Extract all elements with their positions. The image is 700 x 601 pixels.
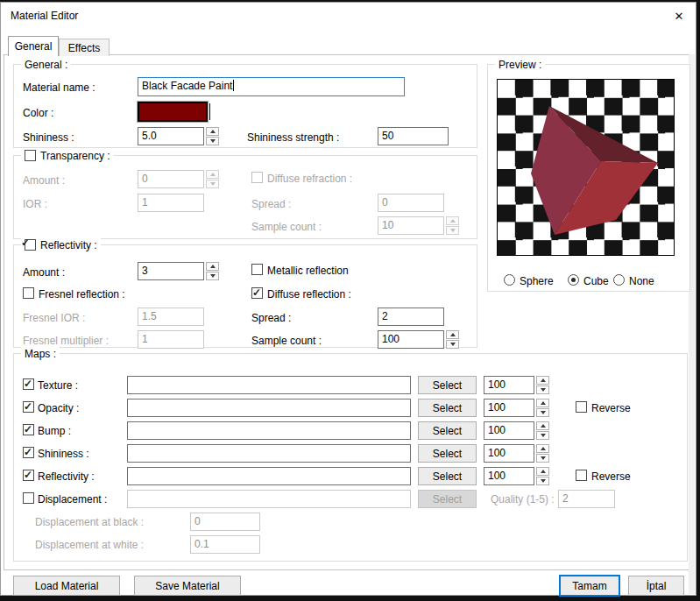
spinner-up-icon[interactable] <box>536 376 549 385</box>
shininess-map-label: Shininess : <box>38 448 89 460</box>
reflectivity-map-select-button[interactable]: Select <box>418 467 477 485</box>
spinner-down-icon[interactable] <box>536 431 549 440</box>
reflectivity-spread-input[interactable]: 2 <box>378 308 444 326</box>
radio-none[interactable] <box>613 274 625 286</box>
group-preview-legend: Preview : <box>495 58 545 71</box>
fresnel-ior-label: Fresnel IOR : <box>23 312 85 324</box>
bump-amount-input[interactable]: 100 <box>484 421 534 440</box>
radio-cube[interactable] <box>568 274 579 286</box>
reflectivity-reverse-checkbox[interactable] <box>576 470 587 481</box>
fresnel-multiplier-input: 1 <box>138 330 204 349</box>
bump-amount-spinner[interactable] <box>536 421 549 440</box>
spinner-down-icon[interactable] <box>446 340 459 349</box>
cancel-button[interactable]: İptal <box>628 576 684 596</box>
spinner-down-icon[interactable] <box>206 137 219 145</box>
texture-path-input[interactable] <box>127 376 411 394</box>
shininess-spinner[interactable] <box>206 127 219 145</box>
spinner-up-icon <box>446 216 459 225</box>
reflectivity-amount-spinner[interactable] <box>206 262 219 280</box>
close-icon[interactable]: ✕ <box>671 8 687 24</box>
shininess-map-path-input[interactable] <box>127 444 411 463</box>
bump-checkbox[interactable] <box>23 424 34 435</box>
metallic-reflection-checkbox[interactable] <box>251 264 263 275</box>
opacity-select-button[interactable]: Select <box>418 399 477 417</box>
spinner-up-icon[interactable] <box>446 330 459 339</box>
displacement-select-button: Select <box>418 490 477 508</box>
tab-general[interactable]: General <box>8 36 59 56</box>
material-preview-image <box>497 79 675 256</box>
shininess-map-select-button[interactable]: Select <box>418 444 477 463</box>
reflectivity-map-path-input[interactable] <box>127 467 411 485</box>
texture-amount-spinner[interactable] <box>536 376 549 394</box>
reflectivity-sample-count-label: Sample count : <box>251 335 322 347</box>
ok-button[interactable]: Tamam <box>559 575 620 597</box>
displacement-checkbox[interactable] <box>23 492 34 504</box>
quality-label: Quality (1-5) : <box>491 493 555 506</box>
spinner-up-icon[interactable] <box>206 262 219 271</box>
fresnel-reflection-checkbox[interactable] <box>23 287 34 299</box>
ior-label: IOR : <box>23 198 47 210</box>
preview-cube <box>498 80 675 257</box>
bump-select-button[interactable]: Select <box>418 421 477 440</box>
spinner-up-icon[interactable] <box>536 399 549 407</box>
opacity-amount-input[interactable]: 100 <box>484 399 534 417</box>
transparency-spread-input: 0 <box>378 194 444 212</box>
spinner-down-icon[interactable] <box>206 272 219 280</box>
reflectivity-map-amount-spinner[interactable] <box>536 467 549 485</box>
shininess-input[interactable]: 5.0 <box>138 127 204 145</box>
shininess-map-amount-spinner[interactable] <box>536 444 549 463</box>
shininess-strength-input[interactable]: 50 <box>378 127 449 145</box>
spinner-up-icon[interactable] <box>536 421 549 430</box>
texture-label: Texture : <box>38 379 78 392</box>
displacement-path-input <box>127 490 411 508</box>
spinner-down-icon[interactable] <box>536 477 549 485</box>
window-title: Material Editor <box>11 10 78 22</box>
texture-amount-input[interactable]: 100 <box>484 376 534 394</box>
shininess-map-amount-input[interactable]: 100 <box>484 444 534 463</box>
texture-checkbox[interactable] <box>23 378 34 390</box>
displacement-black-label: Displacement at black : <box>35 516 144 528</box>
tab-effects[interactable]: Effects <box>59 39 110 56</box>
reflectivity-map-amount-input[interactable]: 100 <box>484 467 534 485</box>
spinner-down-icon[interactable] <box>536 408 549 417</box>
radio-cube-label: Cube <box>583 275 609 287</box>
diffuse-reflection-checkbox[interactable] <box>251 287 263 299</box>
save-material-button[interactable]: Save Material <box>134 576 241 596</box>
opacity-reverse-checkbox[interactable] <box>576 401 587 413</box>
displacement-label: Displacement : <box>38 493 107 506</box>
color-swatch[interactable] <box>138 102 208 122</box>
spinner-up-icon[interactable] <box>536 467 549 476</box>
reflectivity-checkbox[interactable] <box>25 239 36 251</box>
reflectivity-reverse-label: Reverse <box>591 470 631 483</box>
group-general-legend: General : <box>21 58 71 71</box>
fresnel-ior-input: 1.5 <box>138 308 204 326</box>
bump-path-input[interactable] <box>127 421 411 440</box>
opacity-path-input[interactable] <box>127 399 411 417</box>
spinner-down-icon[interactable] <box>536 454 549 463</box>
quality-input: 2 <box>558 490 615 508</box>
load-material-button[interactable]: Load Material <box>13 576 120 596</box>
displacement-white-label: Displacement at white : <box>35 539 144 551</box>
reflectivity-amount-label: Amount : <box>23 266 65 279</box>
spinner-down-icon[interactable] <box>536 385 549 394</box>
displacement-white-input: 0.1 <box>190 535 260 554</box>
radio-none-label: None <box>629 275 654 287</box>
radio-sphere[interactable] <box>504 274 515 286</box>
spinner-up-icon[interactable] <box>206 127 219 136</box>
reflectivity-map-checkbox[interactable] <box>23 470 34 481</box>
transparency-sample-count-spinner <box>446 216 459 235</box>
reflectivity-sample-count-input[interactable]: 100 <box>378 330 444 349</box>
opacity-checkbox[interactable] <box>23 401 34 413</box>
transparency-amount-input: 0 <box>138 170 204 188</box>
texture-select-button[interactable]: Select <box>418 376 477 394</box>
shininess-map-checkbox[interactable] <box>23 447 34 458</box>
opacity-amount-spinner[interactable] <box>536 399 549 417</box>
reflectivity-sample-count-spinner[interactable] <box>446 330 459 349</box>
text-caret <box>233 80 234 91</box>
material-name-input[interactable]: Black Facade Paint <box>138 77 405 96</box>
transparency-checkbox[interactable] <box>25 150 36 161</box>
material-editor-dialog: Material Editor ✕ General Effects Genera… <box>0 2 696 596</box>
group-reflectivity: Reflectivity : Amount : 3 Metallic refle… <box>13 244 477 348</box>
reflectivity-amount-input[interactable]: 3 <box>138 262 204 280</box>
spinner-up-icon[interactable] <box>536 444 549 453</box>
